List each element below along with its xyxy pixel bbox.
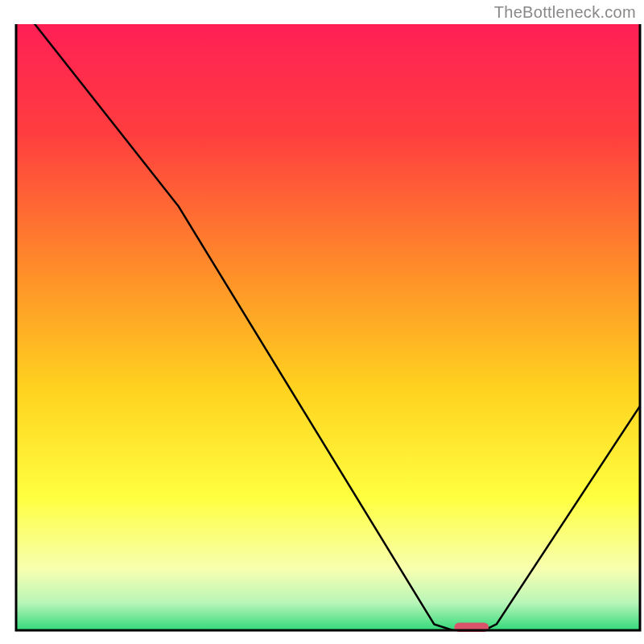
chart-background	[16, 24, 640, 630]
chart-container: TheBottleneck.com	[0, 0, 644, 644]
chart-svg	[0, 0, 644, 644]
watermark-text: TheBottleneck.com	[494, 3, 636, 22]
